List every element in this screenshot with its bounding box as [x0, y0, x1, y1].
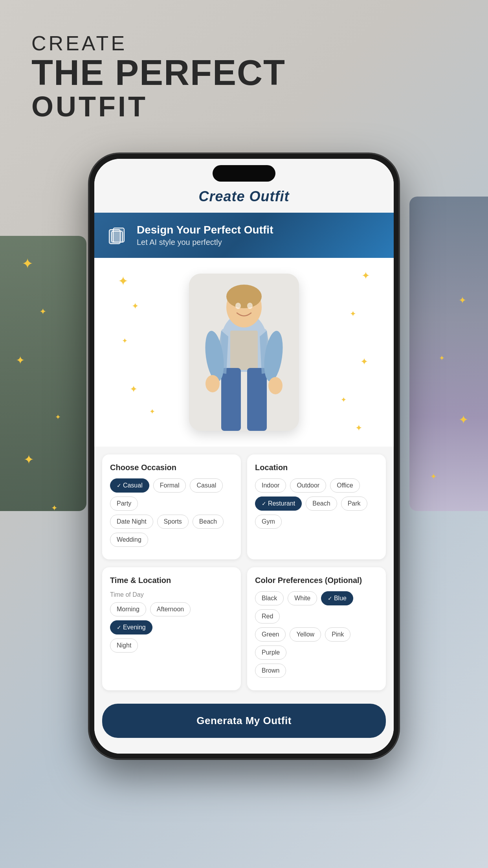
tag-beach[interactable]: Beach	[193, 515, 224, 529]
tag-black[interactable]: Black	[255, 591, 284, 605]
bg-figure-right	[409, 197, 488, 511]
bg-sparkle-3: ✦	[16, 354, 25, 367]
bg-sparkle-8: ✦	[439, 354, 445, 362]
generate-btn-wrapper: Generata My Outfit	[94, 694, 394, 754]
bg-sparkle-4: ✦	[55, 413, 61, 421]
color-tags-row2: Green Yellow Pink Purple	[255, 627, 378, 660]
bg-sparkle-6: ✦	[51, 503, 58, 513]
tag-party[interactable]: Party	[110, 497, 138, 511]
phone-outer: Create Outfit Design Your Perfect Outfit…	[89, 153, 399, 759]
svg-rect-6	[230, 331, 258, 370]
svg-rect-11	[221, 368, 241, 431]
occasion-card: Choose Occasion Casual Formal Casual Par…	[102, 454, 241, 559]
tag-yellow[interactable]: Yellow	[290, 627, 321, 642]
hero-line2: THE PERFECT	[31, 55, 286, 90]
svg-rect-12	[247, 368, 267, 431]
screen: Create Outfit Design Your Perfect Outfit…	[94, 159, 394, 754]
banner-text: Design Your Perfect Outfit Let AI style …	[137, 224, 273, 247]
hero-line3: OUTFIT	[31, 90, 286, 123]
location-title: Location	[255, 463, 378, 472]
tag-sports[interactable]: Sports	[157, 515, 189, 529]
tag-blue-selected[interactable]: Blue	[321, 591, 353, 605]
bg-sparkle-10: ✦	[430, 472, 437, 481]
hero-banner: Design Your Perfect Outfit Let AI style …	[94, 213, 394, 258]
tag-date-night[interactable]: Date Night	[110, 515, 153, 529]
tag-red[interactable]: Red	[255, 609, 280, 623]
bg-figure-left	[0, 236, 86, 511]
occasion-tags-row2: Date Night Sports Beach Wedding	[110, 515, 233, 547]
star-5: ✦	[149, 407, 155, 416]
tag-green[interactable]: Green	[255, 627, 286, 642]
svg-point-15	[205, 375, 220, 392]
tag-resturant-selected[interactable]: Resturant	[255, 497, 302, 511]
tag-pink[interactable]: Pink	[325, 627, 350, 642]
dynamic-island	[213, 165, 275, 182]
time-title: Time & Location	[110, 576, 233, 585]
tag-purple[interactable]: Purple	[255, 645, 286, 660]
model-illustration	[189, 274, 299, 431]
tag-wedding[interactable]: Wedding	[110, 533, 148, 547]
generate-outfit-button[interactable]: Generata My Outfit	[102, 704, 386, 738]
color-title: Color Preferences (Optional)	[255, 576, 378, 585]
bg-sparkle-5: ✦	[24, 452, 34, 467]
star-1: ✦	[118, 274, 128, 289]
tag-beach-loc[interactable]: Beach	[306, 497, 337, 511]
tag-night[interactable]: Night	[110, 638, 138, 653]
location-tags-row1: Indoor Outdoor Office	[255, 478, 378, 493]
star-2: ✦	[132, 301, 139, 311]
color-tags-row1: Black White Blue Red	[255, 591, 378, 623]
phone-inner: Create Outfit Design Your Perfect Outfit…	[94, 159, 394, 754]
time-color-row: Time & Location Time of Day Morning Afte…	[94, 567, 394, 690]
tag-brown[interactable]: Brown	[255, 664, 286, 678]
svg-point-16	[268, 377, 283, 394]
color-card: Color Preferences (Optional) Black White…	[247, 567, 386, 690]
occasion-title: Choose Occasion	[110, 463, 233, 472]
star-6: ✦	[361, 270, 370, 282]
tag-outdoor[interactable]: Outdoor	[290, 478, 326, 493]
model-card	[189, 274, 299, 431]
time-tags-row1: Morning Afternoon Evening	[110, 602, 233, 634]
tag-casual2[interactable]: Casual	[190, 478, 223, 493]
location-card: Location Indoor Outdoor Office Resturant…	[247, 454, 386, 559]
time-subtitle: Time of Day	[110, 591, 233, 598]
tag-gym[interactable]: Gym	[255, 515, 282, 529]
time-tags-row2: Night	[110, 638, 233, 653]
svg-point-8	[226, 285, 262, 308]
bg-sparkle-7: ✦	[459, 295, 466, 306]
bg-sparkle-2: ✦	[39, 307, 46, 317]
tag-casual-selected[interactable]: Casual	[110, 478, 149, 493]
occasion-tags-row1: Casual Formal Casual Party	[110, 478, 233, 511]
color-tags-row3: Brown	[255, 664, 378, 678]
hero-title: CREATE THE PERFECT OUTFIT	[31, 31, 286, 123]
banner-heading: Design Your Perfect Outfit	[137, 224, 273, 236]
bg-sparkle-9: ✦	[459, 413, 468, 427]
star-3: ✦	[122, 337, 128, 345]
svg-point-9	[235, 303, 241, 309]
tag-park[interactable]: Park	[341, 497, 367, 511]
tag-formal[interactable]: Formal	[153, 478, 186, 493]
tag-morning[interactable]: Morning	[110, 602, 146, 616]
tag-evening-selected[interactable]: Evening	[110, 620, 152, 634]
hero-line1: CREATE	[31, 31, 286, 55]
tag-afternoon[interactable]: Afternoon	[150, 602, 191, 616]
star-9: ✦	[341, 395, 347, 404]
bg-sparkle-1: ✦	[22, 256, 33, 272]
svg-rect-2	[112, 231, 123, 242]
star-4: ✦	[130, 384, 138, 395]
phone-wrapper: Create Outfit Design Your Perfect Outfit…	[89, 153, 399, 759]
time-card: Time & Location Time of Day Morning Afte…	[102, 567, 241, 690]
location-tags-row2: Resturant Beach Park Gym	[255, 497, 378, 529]
svg-point-10	[247, 303, 253, 309]
occasion-location-row: Choose Occasion Casual Formal Casual Par…	[94, 454, 394, 559]
tag-indoor[interactable]: Indoor	[255, 478, 286, 493]
model-section: ✦ ✦ ✦ ✦ ✦ ✦ ✦ ✦ ✦ ✦	[94, 258, 394, 447]
screen-title: Create Outfit	[198, 188, 289, 204]
star-8: ✦	[360, 356, 368, 367]
star-10: ✦	[355, 423, 362, 433]
banner-icon	[106, 224, 129, 247]
tag-white[interactable]: White	[288, 591, 317, 605]
star-7: ✦	[350, 309, 356, 318]
banner-subheading: Let AI style you perfectly	[137, 238, 273, 247]
tag-office[interactable]: Office	[330, 478, 360, 493]
